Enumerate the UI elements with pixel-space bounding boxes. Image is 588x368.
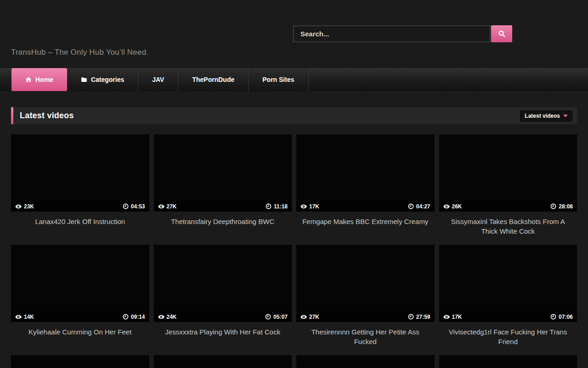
video-card[interactable]: 27K 27:59 Thesirennnn Getting Her Petite… — [296, 245, 435, 355]
duration-value: 27:59 — [416, 314, 430, 320]
clock-icon — [265, 314, 271, 320]
sort-dropdown-label: Latest videos — [525, 113, 560, 119]
section-title: Latest videos — [20, 111, 74, 121]
clock-icon — [408, 203, 414, 209]
video-thumbnail[interactable] — [439, 355, 577, 368]
video-title[interactable]: Jessxxxtra Playing With Her Fat Cock — [154, 322, 292, 355]
views-stat: 14K — [15, 314, 34, 320]
views-count: 27K — [309, 314, 319, 320]
video-stats-bar: 26K 28:08 — [439, 201, 577, 212]
eye-icon — [443, 314, 450, 320]
duration-value: 28:08 — [559, 203, 573, 210]
duration-value: 07:06 — [559, 314, 573, 320]
section-header: Latest videos Latest videos — [11, 107, 577, 124]
views-count: 14K — [24, 314, 34, 320]
video-stats-bar: 27K 27:59 — [296, 311, 435, 322]
home-icon — [25, 76, 32, 83]
video-title[interactable]: Thetransfairy Deepthroating BWC — [154, 212, 292, 245]
video-card[interactable] — [11, 355, 149, 368]
views-count: 26K — [452, 203, 462, 210]
video-title[interactable]: Kyliehaale Cumming On Her Feet — [11, 322, 149, 355]
video-thumbnail[interactable]: 17K 04:27 — [296, 134, 435, 212]
views-stat: 23K — [15, 203, 34, 210]
eye-icon — [443, 203, 450, 210]
duration-value: 04:27 — [416, 203, 430, 210]
video-card[interactable]: 17K 07:06 Vivisectedg1rl Face Fucking He… — [439, 245, 577, 355]
video-title[interactable]: Femgape Makes BBC Extremely Creamy — [296, 212, 435, 245]
video-card[interactable]: 17K 04:27 Femgape Makes BBC Extremely Cr… — [296, 134, 435, 245]
views-stat: 27K — [158, 203, 177, 210]
site-header: TransHub – The Only Hub You’ll Need. — [0, 0, 588, 68]
duration-value: 11:18 — [274, 203, 288, 210]
video-thumbnail[interactable]: 14K 09:14 — [11, 245, 149, 322]
views-stat: 17K — [300, 203, 319, 210]
video-stats-bar: 14K 09:14 — [11, 311, 149, 322]
eye-icon — [300, 314, 307, 320]
clock-icon — [408, 314, 414, 320]
clock-icon — [550, 314, 556, 320]
nav-menu: Home Categories JAV ThePornDude Porn Sit… — [11, 68, 588, 91]
duration-stat: 07:06 — [550, 314, 573, 320]
caret-down-icon — [563, 115, 568, 117]
video-card[interactable]: 24K 05:07 Jessxxxtra Playing With Her Fa… — [154, 245, 292, 355]
views-count: 24K — [167, 314, 177, 320]
nav-item-categories[interactable]: Categories — [67, 68, 138, 91]
nav-item-label: ThePornDude — [192, 76, 234, 83]
eye-icon — [15, 203, 22, 210]
duration-stat: 27:59 — [408, 314, 430, 320]
clock-icon — [123, 314, 129, 320]
video-thumbnail[interactable]: 24K 05:07 — [154, 245, 292, 322]
duration-stat: 09:14 — [123, 314, 145, 320]
video-thumbnail[interactable] — [296, 355, 435, 368]
search-form — [293, 25, 512, 42]
video-card[interactable]: 14K 09:14 Kyliehaale Cumming On Her Feet — [11, 245, 149, 355]
duration-value: 04:53 — [131, 203, 145, 210]
video-title[interactable]: Lanax420 Jerk Off Instruction — [11, 212, 149, 245]
views-count: 17K — [309, 203, 319, 210]
duration-value: 09:14 — [131, 314, 145, 320]
views-stat: 26K — [443, 203, 462, 210]
main-navbar: Home Categories JAV ThePornDude Porn Sit… — [0, 68, 588, 91]
sort-dropdown-button[interactable]: Latest videos — [519, 109, 573, 122]
video-thumbnail[interactable]: 27K 11:18 — [154, 134, 292, 212]
video-card[interactable] — [154, 355, 292, 368]
nav-item-jav[interactable]: JAV — [138, 68, 178, 91]
video-title[interactable]: Sissymaxinl Takes Backshots From A Thick… — [439, 212, 577, 245]
duration-stat: 04:53 — [123, 203, 145, 210]
eye-icon — [158, 203, 164, 210]
video-card[interactable] — [296, 355, 435, 368]
nav-item-label: Porn Sites — [262, 76, 294, 83]
video-thumbnail[interactable] — [154, 355, 292, 368]
duration-stat: 05:07 — [265, 314, 288, 320]
nav-item-porn-sites[interactable]: Porn Sites — [249, 68, 308, 91]
video-stats-bar: 27K 11:18 — [154, 201, 292, 212]
video-card[interactable] — [439, 355, 577, 368]
views-count: 23K — [24, 203, 34, 210]
video-thumbnail[interactable] — [11, 355, 149, 368]
search-input[interactable] — [293, 25, 491, 42]
duration-stat: 04:27 — [408, 203, 430, 210]
search-button[interactable] — [491, 25, 512, 42]
video-title[interactable]: Vivisectedg1rl Face Fucking Her Trans Fr… — [439, 322, 577, 355]
clock-icon — [266, 203, 271, 209]
site-tagline: TransHub – The Only Hub You’ll Need. — [11, 48, 148, 57]
video-thumbnail[interactable]: 27K 27:59 — [296, 245, 435, 322]
eye-icon — [300, 203, 307, 210]
main-content: Latest videos Latest videos 23K 04:53 — [11, 107, 577, 368]
video-stats-bar: 17K 04:27 — [296, 201, 435, 212]
views-stat: 17K — [443, 314, 462, 320]
video-thumbnail[interactable]: 26K 28:08 — [439, 134, 577, 212]
video-card[interactable]: 26K 28:08 Sissymaxinl Takes Backshots Fr… — [439, 134, 577, 245]
nav-item-home[interactable]: Home — [11, 68, 67, 91]
views-count: 17K — [452, 314, 462, 320]
folder-icon — [81, 76, 87, 83]
video-title[interactable]: Thesirennnn Getting Her Petite Ass Fucke… — [296, 322, 435, 355]
clock-icon — [123, 203, 129, 209]
nav-item-theporndude[interactable]: ThePornDude — [178, 68, 249, 91]
views-stat: 27K — [300, 314, 319, 320]
video-card[interactable]: 23K 04:53 Lanax420 Jerk Off Instruction — [11, 134, 149, 245]
video-thumbnail[interactable]: 17K 07:06 — [439, 245, 577, 322]
video-thumbnail[interactable]: 23K 04:53 — [11, 134, 149, 212]
video-card[interactable]: 27K 11:18 Thetransfairy Deepthroating BW… — [154, 134, 292, 245]
search-icon — [498, 30, 506, 38]
